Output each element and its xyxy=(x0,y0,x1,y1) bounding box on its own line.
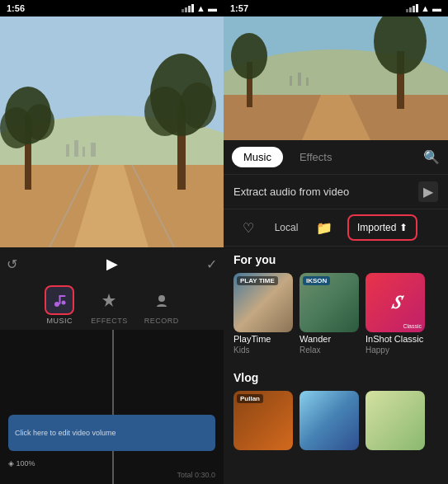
vlog-card-1-badge: Pullan xyxy=(237,394,263,403)
vlog-card-1[interactable]: Pullan xyxy=(233,391,293,450)
chevron-down-icon[interactable]: ✓ xyxy=(206,256,217,272)
playtime-badge: PLAY TIME xyxy=(237,276,278,285)
playhead xyxy=(112,330,114,484)
heart-filter-button[interactable]: ♡ xyxy=(233,216,263,239)
local-label: Local xyxy=(275,222,299,233)
folder-icon: 📁 xyxy=(316,220,332,236)
vlog-title: Vlog xyxy=(224,364,448,388)
playtime-genre: Kids xyxy=(233,345,293,355)
inshot-genre: Happy xyxy=(365,345,425,355)
left-time: 1:56 xyxy=(7,3,25,13)
svg-rect-14 xyxy=(83,147,85,157)
total-time: Total 0:30.0 xyxy=(177,471,215,479)
right-panel: 1:57 ▲ ▬ Music xyxy=(224,0,448,484)
toolbar: MUSIC EFFECTS RECORD xyxy=(0,280,224,330)
svg-rect-33 xyxy=(298,73,301,86)
svg-point-18 xyxy=(54,302,59,307)
vlog-grid: Pullan xyxy=(224,388,448,453)
imported-export-icon: ⬆ xyxy=(399,222,408,233)
svg-marker-22 xyxy=(102,294,116,307)
playback-controls: ↺ ▶ ✓ xyxy=(0,247,224,280)
left-status-bar: 1:56 ▲ ▬ xyxy=(0,0,224,16)
tab-music[interactable]: Music xyxy=(232,147,283,167)
ikson-badge: IKSON xyxy=(303,276,330,285)
inshot-s-logo: 𝑆 xyxy=(391,292,400,313)
play-button[interactable]: ▶ xyxy=(99,251,125,277)
music-label: MUSIC xyxy=(46,317,73,325)
svg-point-7 xyxy=(25,104,54,140)
record-label: RECORD xyxy=(144,317,179,325)
vlog-section: Vlog Pullan xyxy=(224,361,448,457)
folder-filter-button[interactable]: 📁 xyxy=(309,216,339,239)
tab-effects[interactable]: Effects xyxy=(288,147,344,167)
extract-audio-row[interactable]: Extract audio from video ▶ xyxy=(224,175,448,209)
wander-name: Wander xyxy=(299,334,359,344)
timeline: Click here to edit video volume ◈ 100% T… xyxy=(0,330,224,484)
svg-rect-34 xyxy=(306,78,309,86)
wander-thumb: IKSON xyxy=(299,273,359,332)
right-time: 1:57 xyxy=(230,3,248,13)
wifi-icon: ▲ xyxy=(196,3,205,13)
undo-icon[interactable]: ↺ xyxy=(7,256,17,272)
svg-rect-15 xyxy=(91,143,96,157)
playtime-name: PlayTime xyxy=(233,334,293,344)
filter-row: ♡ Local 📁 Imported ⬆ xyxy=(224,209,448,246)
heart-icon: ♡ xyxy=(243,220,254,236)
local-filter-button[interactable]: Local xyxy=(271,216,301,239)
inshot-classic-label: Classic xyxy=(403,323,422,329)
for-you-section: For you PLAY TIME PlayTime Kids xyxy=(224,247,448,361)
tab-bar: Music Effects 🔍 xyxy=(224,140,448,175)
svg-rect-21 xyxy=(59,295,66,297)
left-video-preview xyxy=(0,16,224,247)
right-video-preview xyxy=(224,16,448,140)
right-status-icons: ▲ ▬ xyxy=(406,3,441,13)
toolbar-effects[interactable]: EFFECTS xyxy=(91,285,128,325)
extract-video-icon[interactable]: ▶ xyxy=(418,181,438,202)
svg-point-10 xyxy=(144,87,186,136)
right-status-bar: 1:57 ▲ ▬ xyxy=(224,0,448,16)
inshot-thumb: 𝑆 Classic xyxy=(365,273,425,332)
vlog-card-2[interactable] xyxy=(299,391,359,450)
svg-point-11 xyxy=(180,82,216,129)
for-you-title: For you xyxy=(224,247,448,270)
track-label: Click here to edit video volume xyxy=(15,429,116,437)
svg-point-29 xyxy=(231,33,267,79)
extract-label: Extract audio from video xyxy=(233,186,349,198)
video-bg-svg xyxy=(0,16,224,247)
effects-icon xyxy=(94,285,124,315)
music-card-inshot[interactable]: 𝑆 Classic InShot Classic Happy xyxy=(365,273,425,355)
vlog-card-3[interactable] xyxy=(365,391,425,450)
search-icon[interactable]: 🔍 xyxy=(423,149,440,165)
effects-label: EFFECTS xyxy=(91,317,128,325)
volume-indicator: ◈ 100% xyxy=(8,459,35,468)
record-icon xyxy=(147,285,177,315)
imported-label: Imported xyxy=(357,222,396,233)
wifi-icon: ▲ xyxy=(421,3,430,13)
svg-rect-32 xyxy=(290,76,292,86)
signal-icon xyxy=(182,4,194,12)
inshot-name: InShot Classic xyxy=(365,334,425,344)
music-icon xyxy=(45,285,74,315)
toolbar-record[interactable]: RECORD xyxy=(144,285,179,325)
svg-point-23 xyxy=(158,295,165,302)
timeline-track[interactable]: Click here to edit video volume xyxy=(8,415,215,451)
toolbar-music[interactable]: MUSIC xyxy=(45,285,74,325)
svg-rect-12 xyxy=(66,144,69,157)
music-card-playtime[interactable]: PLAY TIME PlayTime Kids xyxy=(233,273,293,355)
right-panel-scroll[interactable]: Extract audio from video ▶ ♡ Local 📁 Imp… xyxy=(224,175,448,484)
imported-filter-button[interactable]: Imported ⬆ xyxy=(347,214,417,241)
music-card-wander[interactable]: IKSON Wander Relax xyxy=(299,273,359,355)
battery-icon: ▬ xyxy=(208,3,217,13)
signal-icon xyxy=(406,4,418,12)
playtime-thumb: PLAY TIME xyxy=(233,273,293,332)
battery-icon: ▬ xyxy=(432,3,441,13)
left-status-icons: ▲ ▬ xyxy=(182,3,217,13)
left-panel: 1:56 ▲ ▬ xyxy=(0,0,224,484)
right-video-bg xyxy=(224,16,448,140)
svg-rect-13 xyxy=(74,140,78,157)
svg-point-19 xyxy=(62,301,66,305)
wander-genre: Relax xyxy=(299,345,359,355)
music-grid: PLAY TIME PlayTime Kids IKSON Wander Rel… xyxy=(224,270,448,361)
